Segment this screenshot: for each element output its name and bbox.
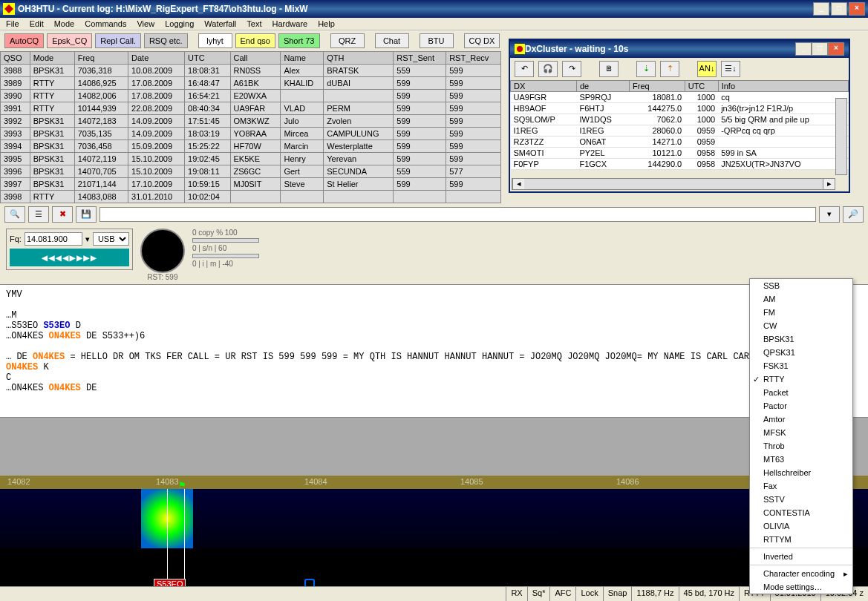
dx-list-icon[interactable]: ☰↓ bbox=[721, 61, 740, 77]
dx-upload-icon[interactable]: ⇡ bbox=[660, 61, 679, 77]
macro-autocq[interactable]: AutoCQ bbox=[4, 33, 44, 48]
dx-headphone-icon[interactable]: 🎧 bbox=[538, 61, 558, 77]
log-row[interactable]: 3997BPSK3121071,14417.10.200910:59:15MJ0… bbox=[1, 178, 501, 191]
dx-vscroll[interactable] bbox=[835, 98, 847, 175]
mode-menu-settings[interactable]: Mode settings… bbox=[750, 580, 852, 594]
macro-short73[interactable]: Short 73 bbox=[278, 33, 320, 48]
macro-end-qso[interactable]: End qso bbox=[235, 33, 275, 48]
status-lock[interactable]: Lock bbox=[575, 587, 602, 601]
freq-value[interactable] bbox=[25, 232, 82, 246]
dx-row[interactable]: UA9FGRSP9RQJ18081.01000cq bbox=[511, 92, 849, 103]
dx-row[interactable]: I1REGI1REG28060.00959-QRPcq cq qrp bbox=[511, 125, 849, 137]
macro-btu[interactable]: BTU bbox=[420, 33, 454, 48]
mode-menu-item[interactable]: Fax bbox=[750, 479, 852, 493]
log-header[interactable]: Call bbox=[230, 52, 281, 65]
waterfall-cursor2[interactable] bbox=[184, 489, 185, 591]
menu-waterfall[interactable]: Waterfall bbox=[204, 19, 236, 28]
tx-window[interactable] bbox=[0, 418, 868, 476]
dx-row[interactable]: F0FYPF1GCX144290.00958JN25XU(TR>JN37VO bbox=[511, 159, 849, 170]
macro-rsq[interactable]: RSQ etc. bbox=[144, 33, 188, 48]
log-header[interactable]: RST_Recv bbox=[446, 52, 501, 65]
macro-qrz[interactable]: QRZ bbox=[330, 33, 365, 48]
menu-text[interactable]: Text bbox=[247, 19, 261, 28]
mode-menu-item[interactable]: Packet bbox=[750, 386, 852, 399]
macro-repl-call[interactable]: Repl Call. bbox=[95, 33, 141, 48]
dx-header[interactable]: de bbox=[576, 81, 629, 92]
log-row[interactable]: 3993BPSK317035,13514.09.200918:03:19YO8R… bbox=[1, 128, 501, 140]
menu-commands[interactable]: Commands bbox=[85, 19, 126, 28]
status-sq[interactable]: Sq* bbox=[527, 587, 550, 601]
log-row[interactable]: 3994BPSK317036,45815.09.200915:25:22HF70… bbox=[1, 140, 501, 153]
mode-menu-item[interactable]: SSTV bbox=[750, 493, 852, 506]
save-button[interactable]: 💾 bbox=[76, 206, 97, 223]
mode-menu-item[interactable]: AM bbox=[750, 292, 852, 306]
macro-chat[interactable]: Chat bbox=[375, 33, 409, 48]
menu-edit[interactable]: Edit bbox=[30, 19, 44, 28]
dx-hscroll[interactable]: ◂ ▸ bbox=[512, 178, 835, 190]
macro-lyhyt[interactable]: lyhyt bbox=[198, 33, 232, 48]
dx-back-icon[interactable]: ↶ bbox=[515, 61, 534, 77]
maximize-button[interactable]: □ bbox=[831, 2, 847, 16]
status-snap[interactable]: Snap bbox=[603, 587, 632, 601]
menu-view[interactable]: View bbox=[137, 19, 154, 28]
status-rx[interactable]: RX bbox=[506, 587, 526, 601]
log-header[interactable]: UTC bbox=[185, 52, 230, 65]
dx-row[interactable]: SM4OTIPY2EL10121.00958599 in SA bbox=[511, 148, 849, 159]
close-button[interactable]: × bbox=[849, 2, 865, 16]
log-header[interactable]: Date bbox=[128, 52, 185, 65]
rx-window[interactable]: YMV …M …S53EO S53EO D …ON4KES ON4KES DE … bbox=[0, 284, 868, 418]
log-header[interactable]: Freq bbox=[74, 52, 128, 65]
freq-mode[interactable]: USB bbox=[93, 232, 129, 246]
log-row[interactable]: 3992BPSK3114072,18314.09.200917:51:45OM3… bbox=[1, 115, 501, 128]
mode-menu-item[interactable]: QPSK31 bbox=[750, 346, 852, 359]
dropdown-button[interactable]: ▾ bbox=[819, 206, 840, 223]
mode-menu-item[interactable]: Amtor bbox=[750, 413, 852, 426]
mode-menu-item[interactable]: FM bbox=[750, 306, 852, 319]
log-row[interactable]: 3998RTTY14083,08831.01.201010:02:04 bbox=[1, 191, 501, 203]
log-header[interactable]: QSO bbox=[1, 52, 30, 65]
log-row[interactable]: 3995BPSK3114072,11915.10.200919:02:45EK5… bbox=[1, 153, 501, 165]
mode-menu-item[interactable]: RTTYM bbox=[750, 533, 852, 546]
mode-menu-item[interactable]: SSB bbox=[750, 279, 852, 292]
menu-file[interactable]: File bbox=[6, 19, 19, 28]
log-row[interactable]: 3990RTTY14082,00617.08.200916:54:21E20WX… bbox=[1, 90, 501, 102]
minimize-button[interactable]: _ bbox=[813, 2, 829, 16]
menu-hardware[interactable]: Hardware bbox=[272, 19, 307, 28]
dx-row[interactable]: HB9AOFF6HTJ144275.01000jn36(tr>jn12 F1RJ… bbox=[511, 103, 849, 114]
mode-menu-item[interactable]: CW bbox=[750, 319, 852, 332]
macro-cqdx[interactable]: CQ DX bbox=[464, 33, 500, 48]
dx-announce-button[interactable]: AN↓ bbox=[697, 61, 717, 77]
dx-minimize[interactable]: _ bbox=[795, 42, 812, 56]
freq-dropdown-icon[interactable]: ▾ bbox=[85, 234, 90, 244]
dx-close[interactable]: × bbox=[828, 42, 844, 56]
log-row[interactable]: 3996BPSK3114070,70515.10.200919:08:11ZS6… bbox=[1, 165, 501, 178]
macro-epsk-cq[interactable]: Epsk_CQ bbox=[47, 33, 92, 48]
mode-menu-item[interactable]: BPSK31 bbox=[750, 332, 852, 346]
dx-forward-icon[interactable]: ↷ bbox=[562, 61, 581, 77]
waterfall[interactable]: 14082 14083 14084 14085 14086 ⚑ S53EO bbox=[0, 476, 868, 591]
log-row[interactable]: 3991RTTY10144,93922.08.200908:40:34UA9FA… bbox=[1, 102, 501, 115]
list-button[interactable]: ☰ bbox=[28, 206, 49, 223]
dx-header[interactable]: DX bbox=[511, 81, 577, 92]
mode-menu-inverted[interactable]: Inverted bbox=[750, 550, 852, 563]
mode-menu-item[interactable]: Pactor bbox=[750, 399, 852, 413]
dx-header[interactable]: Freq bbox=[630, 81, 685, 92]
mode-menu-item[interactable]: RTTY bbox=[750, 372, 852, 386]
log-header[interactable]: Name bbox=[281, 52, 324, 65]
log-header[interactable]: Mode bbox=[30, 52, 74, 65]
binoc-button[interactable]: 🔍 bbox=[4, 206, 25, 223]
log-header[interactable]: QTH bbox=[324, 52, 394, 65]
dx-hscroll-right[interactable]: ▸ bbox=[823, 179, 835, 189]
status-afc[interactable]: AFC bbox=[549, 587, 575, 601]
dx-header[interactable]: Info bbox=[718, 81, 848, 92]
mode-menu-item[interactable]: MT63 bbox=[750, 453, 852, 466]
log-header[interactable]: RST_Sent bbox=[394, 52, 446, 65]
dx-page-icon[interactable]: 🗎 bbox=[599, 61, 619, 77]
mode-menu-charenc[interactable]: Character encoding bbox=[750, 567, 852, 580]
waterfall-cursor[interactable] bbox=[167, 489, 168, 591]
menu-logging[interactable]: Logging bbox=[165, 19, 194, 28]
dx-maximize[interactable]: □ bbox=[812, 42, 828, 56]
mode-menu-item[interactable]: OLIVIA bbox=[750, 519, 852, 533]
callsign-entry[interactable] bbox=[99, 207, 816, 222]
tuning-arrows[interactable]: ◀◀◀◀▶▶▶▶ bbox=[10, 249, 129, 266]
